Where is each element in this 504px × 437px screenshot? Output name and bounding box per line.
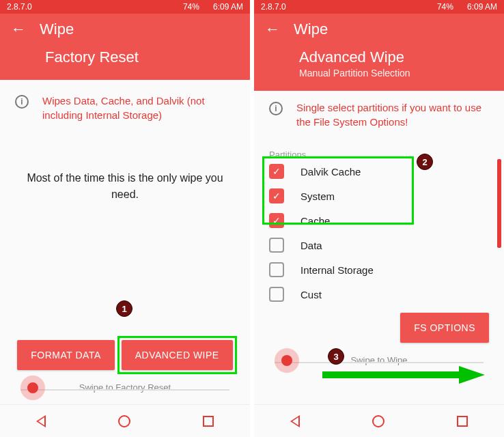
fs-options-button[interactable]: FS OPTIONS xyxy=(400,313,489,343)
partition-label: Dalvik Cache xyxy=(300,166,361,178)
partition-item[interactable]: ✓Dalvik Cache xyxy=(269,163,489,180)
header-title: Wipe xyxy=(294,20,328,38)
info-text: Wipes Data, Cache, and Dalvik (not inclu… xyxy=(42,94,235,122)
phone-screen-right: 2.8.7.0 74% 6:09 AM ← Wipe Advanced Wipe… xyxy=(254,0,504,437)
info-text: Single select partitions if you want to … xyxy=(296,100,489,129)
partition-item[interactable]: ✓Cache xyxy=(269,212,489,229)
back-arrow-icon[interactable]: ← xyxy=(265,20,280,38)
scroll-indicator[interactable] xyxy=(497,159,501,248)
nav-recent-icon[interactable] xyxy=(457,416,468,427)
partition-label: Cust xyxy=(300,289,322,300)
partition-item[interactable]: ✓System xyxy=(269,187,489,205)
nav-back-icon[interactable] xyxy=(36,415,46,427)
swipe-slider[interactable]: Swipe to Wipe xyxy=(269,350,489,371)
info-icon: i xyxy=(269,102,283,115)
partition-label: Data xyxy=(300,240,322,251)
swipe-label: Swipe to Wipe xyxy=(269,355,489,365)
status-bar: 2.8.7.0 74% 6:09 AM xyxy=(0,0,250,14)
partition-label: System xyxy=(300,191,335,202)
annotation-badge-2: 2 xyxy=(417,154,433,170)
partitions-label: Partitions xyxy=(269,150,489,160)
nav-home-icon[interactable] xyxy=(118,415,130,427)
phone-screen-left: 2.8.7.0 74% 6:09 AM ← Wipe Factory Reset… xyxy=(0,0,250,437)
page-title: Factory Reset xyxy=(45,48,239,66)
status-bar: 2.8.7.0 74% 6:09 AM xyxy=(254,0,504,14)
nav-back-icon[interactable] xyxy=(290,415,300,427)
clock-time: 6:09 AM xyxy=(467,2,497,12)
battery-percent: 74% xyxy=(183,2,199,12)
page-subtitle: Manual Partition Selection xyxy=(299,68,493,79)
partition-item[interactable]: Cust xyxy=(269,285,489,303)
clock-time: 6:09 AM xyxy=(213,2,243,12)
content-area: i Wipes Data, Cache, and Dalvik (not inc… xyxy=(0,80,250,404)
app-version: 2.8.7.0 xyxy=(261,2,286,12)
swipe-label: Swipe to Factory Reset xyxy=(15,382,235,393)
swipe-slider[interactable]: Swipe to Factory Reset xyxy=(15,377,235,399)
annotation-badge-3: 3 xyxy=(328,348,344,365)
header: ← Wipe Advanced Wipe Manual Partition Se… xyxy=(254,14,504,91)
nav-recent-icon[interactable] xyxy=(203,416,214,427)
header: ← Wipe Factory Reset xyxy=(0,14,250,80)
advanced-wipe-button[interactable]: ADVANCED WIPE xyxy=(122,340,233,370)
partition-item[interactable]: Data xyxy=(269,236,489,254)
nav-bar xyxy=(254,404,504,437)
swipe-handle[interactable] xyxy=(275,348,299,373)
content-area: i Single select partitions if you want t… xyxy=(254,91,504,404)
header-title: Wipe xyxy=(40,20,74,38)
body-text: Most of the time this is the only wipe y… xyxy=(15,170,235,203)
app-version: 2.8.7.0 xyxy=(7,2,32,12)
partition-item[interactable]: Internal Storage xyxy=(269,261,489,279)
format-data-button[interactable]: FORMAT DATA xyxy=(17,340,114,370)
partition-list: ✓Dalvik Cache✓System✓CacheDataInternal S… xyxy=(269,163,489,303)
checkbox[interactable] xyxy=(269,238,284,253)
partition-label: Cache xyxy=(300,215,330,227)
checkbox[interactable]: ✓ xyxy=(269,164,284,179)
checkbox[interactable]: ✓ xyxy=(269,213,284,228)
page-title: Advanced Wipe xyxy=(299,48,493,66)
nav-bar xyxy=(0,404,250,437)
swipe-handle[interactable] xyxy=(20,376,45,400)
nav-home-icon[interactable] xyxy=(372,415,384,427)
partition-label: Internal Storage xyxy=(300,264,374,276)
checkbox[interactable] xyxy=(269,262,284,277)
annotation-badge-1: 1 xyxy=(116,300,132,317)
battery-percent: 74% xyxy=(437,2,453,12)
checkbox[interactable] xyxy=(269,287,284,302)
checkbox[interactable]: ✓ xyxy=(269,188,284,203)
back-arrow-icon[interactable]: ← xyxy=(11,20,26,38)
info-icon: i xyxy=(15,95,29,109)
